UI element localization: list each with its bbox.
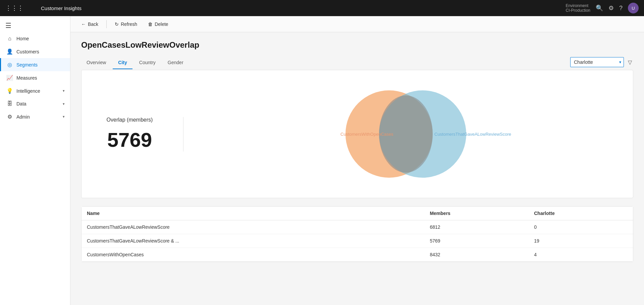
venn-label-right: CustomersThatGaveALowReviewScore <box>434 132 478 137</box>
overlap-label: Overlap (members) <box>90 117 170 123</box>
page-body: OpenCasesLowReviewOverlap Overview City … <box>70 32 644 305</box>
cell-members-2: 8432 <box>424 248 529 262</box>
tabs-filter-container: Overview City Country Gender Ch <box>81 56 633 67</box>
delete-label: Delete <box>155 21 168 27</box>
sidebar-item-intelligence[interactable]: 💡 Intelligence ▾ <box>0 84 70 97</box>
sidebar-label-intelligence: Intelligence <box>16 88 59 94</box>
main-content: ← Back ↻ Refresh 🗑 Delete OpenCasesLowRe… <box>70 16 644 305</box>
app-body: ☰ ⌂ Home 👤 Customers ◎ Segments 📈 Measur… <box>0 16 644 305</box>
col-header-members: Members <box>424 207 529 220</box>
segments-table: Name Members Charlotte CustomersThatGave… <box>82 207 633 262</box>
sidebar-item-segments[interactable]: ◎ Segments <box>0 58 70 71</box>
cell-name-0: CustomersThatGaveALowReviewScore <box>82 220 424 234</box>
overlap-value: 5769 <box>90 128 170 151</box>
sidebar-label-segments: Segments <box>16 62 65 68</box>
help-icon[interactable]: ? <box>619 5 623 12</box>
sidebar-label-home: Home <box>16 36 65 41</box>
col-header-name: Name <box>82 207 424 220</box>
sidebar-item-data[interactable]: 🗄 Data ▾ <box>0 97 70 110</box>
toolbar-divider <box>106 20 107 28</box>
table-row: CustomersWithOpenCases 8432 4 <box>82 248 633 262</box>
search-icon[interactable]: 🔍 <box>596 4 603 12</box>
chart-right-panel: CustomersWithOpenCases CustomersThatGave… <box>183 84 625 184</box>
sidebar-label-data: Data <box>16 101 59 106</box>
customers-icon: 👤 <box>6 48 13 55</box>
sidebar-label-admin: Admin <box>16 114 59 120</box>
top-nav-right: Environment CI-Production 🔍 ⚙ ? U <box>566 3 639 13</box>
tab-gender[interactable]: Gender <box>162 56 189 69</box>
refresh-button[interactable]: ↻ Refresh <box>111 19 141 29</box>
cell-name-2: CustomersWithOpenCases <box>82 248 424 262</box>
sidebar-item-admin[interactable]: ⚙ Admin ▾ <box>0 110 70 123</box>
settings-icon[interactable]: ⚙ <box>608 4 614 12</box>
sidebar-item-home[interactable]: ⌂ Home <box>0 32 70 45</box>
tab-overview[interactable]: Overview <box>81 56 111 69</box>
cell-charlotte-0: 0 <box>529 220 633 234</box>
back-button[interactable]: ← Back <box>77 19 102 29</box>
toolbar: ← Back ↻ Refresh 🗑 Delete <box>70 16 644 32</box>
segments-icon: ◎ <box>6 61 13 68</box>
admin-icon: ⚙ <box>6 114 13 120</box>
env-label: Environment <box>566 3 590 8</box>
page-title: OpenCasesLowReviewOverlap <box>81 40 633 50</box>
intelligence-icon: 💡 <box>6 88 13 94</box>
col-header-charlotte: Charlotte <box>529 207 633 220</box>
tab-country[interactable]: Country <box>134 56 161 69</box>
refresh-label: Refresh <box>121 21 137 27</box>
table-header: Name Members Charlotte <box>82 207 633 220</box>
sidebar: ☰ ⌂ Home 👤 Customers ◎ Segments 📈 Measur… <box>0 16 70 305</box>
chart-left-panel: Overlap (members) 5769 <box>90 117 183 151</box>
venn-diagram: CustomersWithOpenCases CustomersThatGave… <box>320 84 488 184</box>
cell-members-0: 6812 <box>424 220 529 234</box>
sidebar-item-customers[interactable]: 👤 Customers <box>0 45 70 58</box>
table-container: Name Members Charlotte CustomersThatGave… <box>81 206 633 262</box>
user-avatar[interactable]: U <box>628 3 639 13</box>
home-icon: ⌂ <box>6 36 13 42</box>
sidebar-item-measures[interactable]: 📈 Measures <box>0 71 70 84</box>
sidebar-label-measures: Measures <box>16 75 65 81</box>
filter-button[interactable]: ▽ <box>627 58 633 67</box>
intelligence-chevron-icon: ▾ <box>63 89 65 93</box>
data-chevron-icon: ▾ <box>63 102 65 106</box>
filter-icon: ▽ <box>628 59 632 65</box>
tab-city[interactable]: City <box>113 56 132 69</box>
app-title: Customer Insights <box>41 5 82 11</box>
cell-members-1: 5769 <box>424 234 529 248</box>
env-value: CI-Production <box>566 8 590 13</box>
back-icon: ← <box>81 21 86 27</box>
table-header-row: Name Members Charlotte <box>82 207 633 220</box>
cell-name-1: CustomersThatGaveALowReviewScore & ... <box>82 234 424 248</box>
table-body: CustomersThatGaveALowReviewScore 6812 0 … <box>82 220 633 262</box>
waffle-menu-icon[interactable]: ⋮⋮⋮ <box>5 4 23 12</box>
venn-label-left: CustomersWithOpenCases <box>340 132 374 137</box>
city-filter-wrap: Charlotte New York Los Angeles Chicago H… <box>570 57 624 67</box>
cell-charlotte-2: 4 <box>529 248 633 262</box>
table-row: CustomersThatGaveALowReviewScore & ... 5… <box>82 234 633 248</box>
delete-icon: 🗑 <box>148 21 153 27</box>
sidebar-toggle[interactable]: ☰ <box>0 19 70 32</box>
measures-icon: 📈 <box>6 75 13 81</box>
city-filter-select[interactable]: Charlotte New York Los Angeles Chicago H… <box>570 57 624 67</box>
back-label: Back <box>88 21 98 27</box>
delete-button[interactable]: 🗑 Delete <box>144 19 172 29</box>
refresh-icon: ↻ <box>115 21 119 27</box>
chart-card: Overlap (members) 5769 CustomersW <box>81 70 633 198</box>
cell-charlotte-1: 19 <box>529 234 633 248</box>
data-icon: 🗄 <box>6 101 13 107</box>
table-row: CustomersThatGaveALowReviewScore 6812 0 <box>82 220 633 234</box>
sidebar-label-customers: Customers <box>16 49 65 54</box>
microsoft-logo <box>28 4 36 12</box>
environment-display: Environment CI-Production <box>566 3 590 13</box>
top-nav: ⋮⋮⋮ Customer Insights Environment CI-Pro… <box>0 0 644 16</box>
admin-chevron-icon: ▾ <box>63 115 65 119</box>
